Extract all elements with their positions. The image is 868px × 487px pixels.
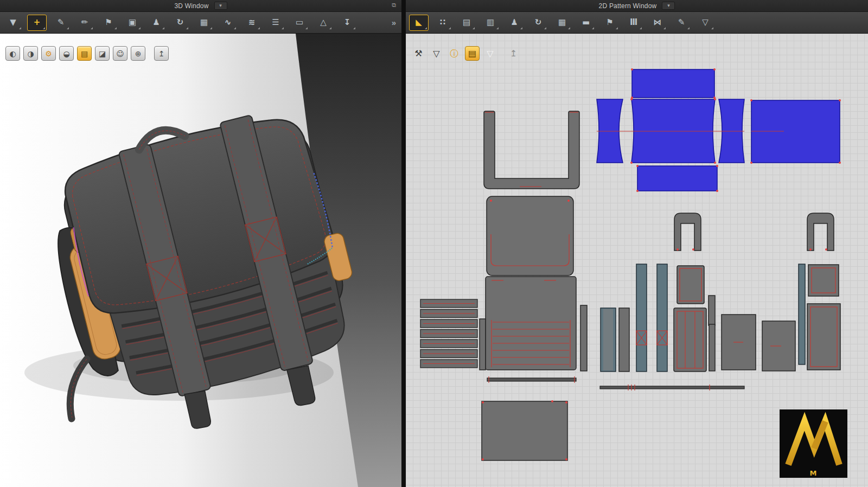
tool-glyph: ▦ [558,18,566,27]
3d-window-menu-caret[interactable]: ▾ [214,2,227,10]
2d-viewport[interactable]: ⚒ ▽ ⓘ ▤ ▽ ↥ [406,34,868,487]
pattern-piece-pocket-small[interactable] [677,266,704,304]
pattern-piece-tab-a[interactable] [709,296,715,325]
show-strain-toggle[interactable]: ◒ [59,46,74,61]
grid-2d-icon[interactable]: ▦ [552,15,572,31]
iron-tool-icon[interactable]: ▬ [576,15,596,31]
simulate-icon[interactable]: ▼ [3,15,23,31]
toggle-glyph: ◑ [27,50,34,57]
pattern-piece-bottom-panel[interactable] [482,401,567,460]
edit-pattern-icon[interactable]: ∷ [433,15,452,31]
seam-taping-icon[interactable]: ⋈ [648,15,667,31]
pattern-piece-ladder-stack[interactable] [420,299,477,368]
pattern-piece-gray-strip-mid[interactable] [619,308,629,371]
rectangle-tool-icon[interactable]: ▥ [481,15,500,31]
toggle-glyph: ⚙ [45,50,52,57]
pleats-tool-icon[interactable]: Ⅲ [624,15,643,31]
2d-pattern-panel: 2D Pattern Window ▾ ◣ ∷ ▤ ▥ ♟ ↻ ▦ [406,0,868,487]
show-garment-tool-icon[interactable]: ▽ [695,15,715,31]
pattern-piece-right-pocket-small[interactable] [808,265,839,296]
tool-glyph: + [34,18,41,27]
sync-view-toggle[interactable]: ↥ [154,46,169,61]
transform-pattern-icon[interactable]: ◣ [409,15,429,31]
float-window-icon[interactable]: ⧉ [392,2,396,9]
pattern-piece-blue-bottom[interactable] [637,166,717,191]
pattern-piece-strap-short[interactable] [487,376,576,383]
chevron-down-icon: ▾ [667,3,670,8]
pattern-piece-tab-b[interactable] [709,324,715,371]
pattern-piece-front-body[interactable] [486,277,576,370]
pattern-piece-pocket-tall[interactable] [674,308,706,371]
curve-edit-2d-icon[interactable]: ✎ [672,15,691,31]
pattern-info-toggle[interactable]: ⓘ [447,46,462,61]
zipper-tool-icon[interactable]: ☰ [266,15,285,31]
pattern-piece-side-bar-left[interactable] [480,319,486,370]
sewing-tool-icon[interactable]: ≋ [242,15,261,31]
show-avatar-toggle[interactable]: ☺ [113,46,127,61]
polygon-tool-icon[interactable]: ▤ [457,15,476,31]
pattern-piece-blue-top[interactable] [632,69,714,98]
grid-snap-icon[interactable]: ▦ [194,15,214,31]
pattern-piece-strap-long[interactable] [600,385,744,390]
notch-tool-icon[interactable]: ⚑ [600,15,620,31]
sync-2d-toggle[interactable]: ↥ [506,46,521,61]
tool-glyph: △ [320,18,327,27]
tool-glyph: ↧ [344,18,351,27]
pattern-piece-right-pocket-tall[interactable] [807,304,840,370]
pattern-piece-small-u-right[interactable] [807,213,834,251]
select-brush-icon[interactable]: ✎ [51,15,71,31]
tool-glyph: ▭ [296,18,303,27]
steam-tool-icon[interactable]: △ [314,15,333,31]
panel-divider[interactable] [401,0,406,487]
logo-mark: M [780,409,847,478]
toggle-glyph: ⚒ [414,49,422,58]
show-mesh-toggle[interactable]: ◐ [5,46,20,61]
tool-glyph: ∿ [225,18,232,27]
show-surface-toggle[interactable]: ◑ [23,46,38,61]
rotate-pattern-icon[interactable]: ↻ [528,15,548,31]
select-move-icon[interactable]: + [27,15,47,31]
2d-window-menu-caret[interactable]: ▾ [662,2,675,10]
tool-glyph: ↻ [177,18,184,27]
tool-glyph: Ⅲ [630,18,637,27]
avatar-tape-icon[interactable]: ♟ [146,15,166,31]
pattern-piece-flap-top[interactable] [487,196,573,275]
pattern-piece-handle-u[interactable] [484,111,579,189]
pattern-piece-side-bar-right[interactable] [580,305,587,371]
3d-toolbar: ▼ + ✎ ✏ ⚑ ▣ ♟ ↻ ▦ ∿ [0,12,401,34]
tool-glyph: ∷ [440,18,445,27]
curve-tool-icon[interactable]: ∿ [218,15,238,31]
3d-viewport[interactable]: ◐ ◑ ⚙ ◒ ▤ ◪ ☺ ⊕ ↥ [0,34,401,487]
toolbar-overflow-chevron[interactable]: » [390,18,398,27]
toggle-glyph: ▽ [433,49,439,58]
toggle-glyph: ↥ [510,49,517,58]
show-pattern-toggle[interactable]: ▤ [77,46,92,61]
show-stress-toggle[interactable]: ⚙ [41,46,56,61]
flatten-tool-icon[interactable]: ▭ [290,15,309,31]
show-garment-toggle[interactable]: ▽ [429,46,444,61]
pattern-piece-small-u-left[interactable] [674,213,701,251]
edit-texture-toggle[interactable]: ⚒ [411,46,426,61]
tool-glyph: ✎ [678,18,685,27]
show-pattern-2d-toggle[interactable]: ▤ [465,46,480,61]
show-base-pattern-toggle[interactable]: ▽ [483,46,497,61]
tool-glyph: ▽ [702,18,709,27]
3d-scene[interactable] [0,34,401,487]
toggle-glyph: ☺ [116,50,124,57]
tool-glyph: ◣ [416,18,422,27]
tool-glyph: ✏ [81,18,88,27]
gizmo-rotate-icon[interactable]: ↻ [170,15,190,31]
tool-glyph: ▼ [10,18,16,27]
pen-tool-icon[interactable]: ✏ [75,15,94,31]
tool-glyph: ≋ [248,18,256,27]
tool-glyph: ✎ [58,18,65,27]
toggle-glyph: ▤ [81,50,88,57]
show-globe-toggle[interactable]: ⊕ [131,46,145,61]
select-mesh-icon[interactable]: ▣ [123,15,142,31]
pin-tool-icon[interactable]: ⚑ [99,15,118,31]
show-dark-surface-toggle[interactable]: ◪ [95,46,110,61]
needle-pin-icon[interactable]: ↧ [337,15,357,31]
tool-glyph: ♟ [152,18,159,27]
dart-tool-icon[interactable]: ♟ [505,15,524,31]
brand-logo: M [780,409,847,478]
